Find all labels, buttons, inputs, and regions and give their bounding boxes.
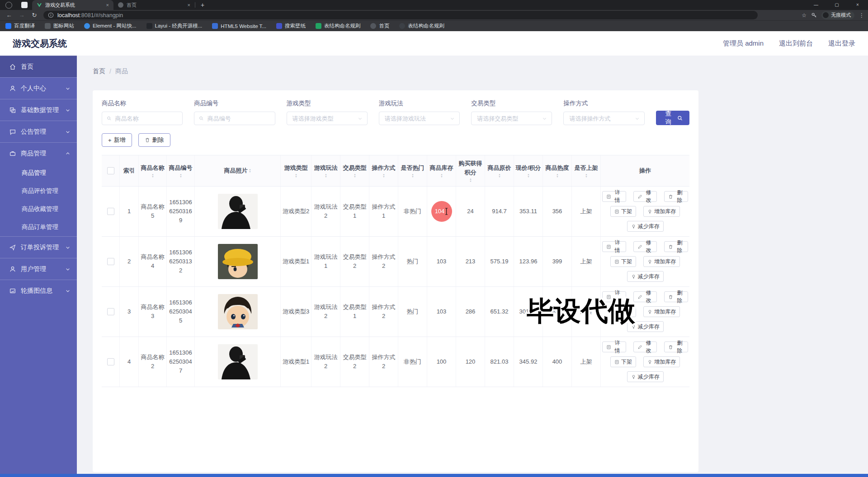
header-link-logout[interactable]: 退出登录 (828, 39, 855, 48)
window-close-button[interactable]: × (847, 0, 868, 10)
edit-button[interactable]: 修改 (633, 341, 657, 352)
sort-icon[interactable]: ▲▼ (151, 173, 154, 178)
tab-game-system[interactable]: 游戏交易系统 × (32, 0, 113, 10)
header-link-exit-front[interactable]: 退出到前台 (779, 39, 813, 48)
product-code-input[interactable] (194, 112, 275, 125)
unlist-button[interactable]: 下架 (610, 206, 636, 217)
sidebar-subitem-product-mgmt[interactable]: 商品管理 (0, 164, 77, 182)
detail-button[interactable]: 详情 (602, 291, 626, 302)
edit-button[interactable]: 修改 (633, 241, 657, 252)
row-checkbox[interactable] (107, 208, 114, 215)
unlist-button[interactable]: 下架 (610, 306, 636, 317)
increase-stock-button[interactable]: 增加库存 (643, 356, 680, 367)
row-checkbox[interactable] (107, 308, 114, 315)
trade-type-select[interactable] (471, 112, 552, 125)
sidebar-item-home[interactable]: 首页 (0, 56, 77, 77)
new-tab-button[interactable]: + (201, 1, 204, 9)
header-link-admin[interactable]: 管理员 admin (723, 39, 764, 48)
decrease-stock-button[interactable]: 减少库存 (627, 271, 664, 282)
incognito-badge[interactable]: 无痕模式 (821, 11, 854, 19)
briefcase-icon (9, 150, 16, 157)
window-minimize-button[interactable]: — (806, 0, 826, 10)
sidebar-subitem-product-review[interactable]: 商品评价管理 (0, 182, 77, 200)
forward-button[interactable]: → (16, 12, 27, 19)
bookmark-star-icon[interactable]: ☆ (802, 12, 807, 19)
sort-icon[interactable]: ▲▼ (585, 173, 588, 178)
breadcrumb-home[interactable]: 首页 (93, 67, 105, 75)
sidebar-item-base-data[interactable]: 基础数据管理 (0, 99, 77, 121)
detail-button[interactable]: 详情 (602, 341, 626, 352)
bookmark-item[interactable]: 表结构命名规则 (399, 23, 444, 29)
info-icon[interactable] (48, 12, 54, 18)
sort-icon[interactable]: ▲▼ (411, 173, 414, 178)
edit-button[interactable]: 修改 (633, 291, 657, 302)
filter-trade-type: 交易类型 (471, 99, 552, 125)
select-all-checkbox[interactable] (107, 167, 114, 174)
edit-button[interactable]: 修改 (633, 191, 657, 202)
sort-icon[interactable]: ▲▼ (527, 173, 530, 178)
bookmark-item[interactable]: 百度翻译 (5, 23, 35, 29)
row-checkbox[interactable] (107, 358, 114, 365)
sidebar-item-announcement[interactable]: 公告管理 (0, 121, 77, 142)
sort-icon[interactable]: ▲▼ (498, 173, 501, 178)
tab-home[interactable]: 首页 × (113, 0, 195, 10)
detail-button[interactable]: 详情 (602, 241, 626, 252)
reload-button[interactable]: ↻ (29, 12, 40, 19)
unlist-button[interactable]: 下架 (610, 356, 636, 367)
row-checkbox[interactable] (107, 258, 114, 265)
decrease-stock-button[interactable]: 减少库存 (627, 221, 664, 232)
sort-icon[interactable]: ▲▼ (179, 173, 182, 178)
increase-stock-button[interactable]: 增加库存 (643, 256, 680, 267)
tab-close-icon[interactable]: × (188, 2, 190, 8)
add-button[interactable]: + 新增 (102, 133, 132, 147)
bookmark-item[interactable]: 首页 (370, 23, 389, 29)
sidebar-item-product-mgmt[interactable]: 商品管理 (0, 142, 77, 164)
key-icon[interactable] (811, 12, 817, 18)
op-mode-select[interactable] (563, 112, 644, 125)
bookmark-item[interactable]: HTML5 Website T... (212, 23, 266, 29)
sidebar-subitem-product-order[interactable]: 商品订单管理 (0, 218, 77, 236)
product-name-input[interactable] (102, 112, 183, 125)
sidebar-item-order-complaint[interactable]: 订单投诉管理 (0, 236, 77, 258)
delete-row-button[interactable]: 删除 (664, 191, 688, 202)
workspace-icon[interactable] (21, 2, 28, 8)
sidebar-subitem-product-favorite[interactable]: 商品收藏管理 (0, 200, 77, 218)
bookmark-item[interactable]: Layui - 经典开源模... (146, 23, 203, 29)
sort-icon[interactable]: ▲▼ (440, 173, 443, 178)
sidebar-item-personal[interactable]: 个人中心 (0, 77, 77, 99)
increase-stock-button[interactable]: 增加库存 (643, 206, 680, 217)
address-bar[interactable]: localhost:8081/#/shangpin (43, 11, 758, 19)
sort-icon[interactable]: ▲▼ (325, 173, 327, 178)
delete-row-button[interactable]: 删除 (664, 291, 688, 302)
unlist-button[interactable]: 下架 (610, 256, 636, 267)
sort-icon[interactable]: ▲▼ (382, 173, 385, 178)
detail-button[interactable]: 详情 (602, 191, 626, 202)
sidebar-item-carousel[interactable]: 轮播图信息 (0, 280, 77, 301)
browser-menu-button[interactable]: ⋮ (859, 12, 864, 19)
sort-icon[interactable]: ▲▼ (295, 173, 297, 178)
delete-button[interactable]: 删除 (138, 133, 170, 147)
stock-highlight[interactable]: 104 (431, 201, 452, 222)
sort-icon[interactable]: ▲▼ (249, 168, 251, 173)
sort-icon[interactable]: ▲▼ (556, 173, 559, 178)
delete-row-button[interactable]: 删除 (664, 341, 688, 352)
tab-close-icon[interactable]: × (106, 2, 109, 8)
delete-row-button[interactable]: 删除 (664, 241, 688, 252)
browser-logo-icon[interactable] (5, 2, 12, 9)
decrease-stock-button[interactable]: 减少库存 (627, 371, 664, 382)
window-maximize-button[interactable]: ▢ (826, 0, 847, 10)
header-links: 管理员 admin 退出到前台 退出登录 (723, 39, 855, 48)
game-type-select[interactable] (287, 112, 368, 125)
sort-icon[interactable]: ▲▼ (354, 173, 356, 178)
game-play-select[interactable] (379, 112, 460, 125)
bookmark-item[interactable]: 表结构命名规则 (316, 23, 361, 29)
bookmark-item[interactable]: 搜索壁纸 (276, 23, 306, 29)
bookmark-item[interactable]: Element - 网站快... (84, 23, 137, 29)
bookmark-item[interactable]: 图标网站 (45, 23, 74, 29)
decrease-stock-button[interactable]: 减少库存 (627, 321, 664, 332)
sidebar-item-user-mgmt[interactable]: 用户管理 (0, 258, 77, 280)
sort-icon[interactable]: ▲▼ (469, 178, 472, 182)
increase-stock-button[interactable]: 增加库存 (643, 306, 680, 317)
search-button[interactable]: 查询 (656, 111, 689, 125)
back-button[interactable]: ← (4, 12, 14, 19)
